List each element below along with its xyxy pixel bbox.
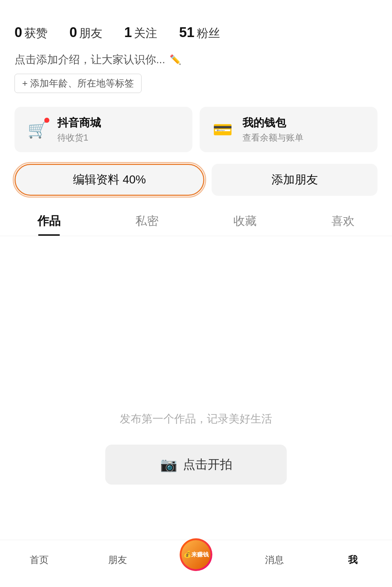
- capture-button[interactable]: 📷 点击开拍: [105, 445, 287, 485]
- service-subtitle: 待收货1: [57, 132, 101, 143]
- bio-section: 点击添加介绍，让大家认识你... ✏️ + 添加年龄、所在地等标签: [0, 49, 392, 98]
- empty-state-text: 发布第一个作品，记录美好生活: [120, 412, 272, 426]
- nav-item-我[interactable]: 我: [314, 554, 392, 566]
- tab-收藏[interactable]: 收藏: [196, 207, 294, 236]
- nav-item-来赚钱[interactable]: 💰 来赚钱: [157, 549, 235, 571]
- stat-item: 51 粉丝: [179, 25, 220, 41]
- edit-bio-icon[interactable]: ✏️: [170, 54, 181, 65]
- stat-number: 0: [15, 25, 22, 40]
- bottom-nav: 首页 朋友 💰 来赚钱 消息 我: [0, 540, 392, 587]
- add-friend-label: 添加朋友: [271, 172, 318, 188]
- tab-喜欢[interactable]: 喜欢: [294, 207, 392, 236]
- service-title: 我的钱包: [242, 116, 303, 130]
- tab-label: 收藏: [233, 213, 257, 229]
- bio-text[interactable]: 点击添加介绍，让大家认识你... ✏️: [15, 52, 377, 67]
- notification-dot: [44, 118, 49, 123]
- nav-label: 我: [348, 554, 358, 566]
- capture-label: 点击开拍: [183, 456, 232, 473]
- center-nav-icon: 💰 来赚钱: [180, 538, 212, 571]
- stat-label: 获赞: [24, 25, 48, 41]
- service-icon-wrap: 💳: [210, 117, 235, 142]
- stat-label: 粉丝: [197, 25, 220, 41]
- stat-label: 关注: [134, 25, 157, 41]
- action-row: 编辑资料 40% 添加朋友: [0, 164, 392, 207]
- camera-icon: 📷: [160, 457, 177, 473]
- service-icon-wrap: 🛒: [25, 117, 50, 142]
- nav-label: 首页: [30, 554, 49, 566]
- service-subtitle: 查看余额与账单: [242, 132, 303, 143]
- stat-item: 1 关注: [124, 25, 157, 41]
- nav-label: 朋友: [108, 554, 127, 566]
- content-area: 发布第一个作品，记录美好生活 📷 点击开拍: [0, 236, 392, 587]
- tab-作品[interactable]: 作品: [0, 207, 98, 236]
- stat-item: 0 获赞: [15, 25, 48, 41]
- service-title: 抖音商城: [57, 116, 101, 130]
- earn-money-icon: 💰 来赚钱: [181, 540, 211, 569]
- edit-profile-label: 编辑资料 40%: [73, 172, 146, 188]
- tab-label: 私密: [135, 213, 159, 229]
- bio-placeholder: 点击添加介绍，让大家认识你...: [15, 52, 165, 67]
- douyin-shop-card[interactable]: 🛒 抖音商城 待收货1: [15, 107, 192, 152]
- add-friend-button[interactable]: 添加朋友: [212, 164, 377, 196]
- tabs-bar: 作品私密收藏喜欢: [0, 207, 392, 236]
- add-tag-label: + 添加年龄、所在地等标签: [22, 77, 134, 90]
- tab-label: 作品: [37, 213, 61, 229]
- stat-number: 0: [69, 25, 77, 40]
- nav-item-消息[interactable]: 消息: [235, 554, 314, 566]
- stat-number: 51: [179, 25, 194, 40]
- stat-label: 朋友: [79, 25, 102, 41]
- stats-row: 0 获赞 0 朋友 1 关注 51 粉丝: [0, 15, 392, 49]
- service-icon: 🛒: [28, 120, 48, 139]
- add-tag-button[interactable]: + 添加年龄、所在地等标签: [15, 74, 142, 93]
- tab-私密[interactable]: 私密: [98, 207, 196, 236]
- stat-item: 0 朋友: [69, 25, 102, 41]
- tab-label: 喜欢: [331, 213, 355, 229]
- edit-profile-button[interactable]: 编辑资料 40%: [15, 164, 204, 196]
- service-info: 我的钱包 查看余额与账单: [242, 116, 303, 143]
- nav-item-首页[interactable]: 首页: [0, 554, 78, 566]
- services-row: 🛒 抖音商城 待收货1 💳 我的钱包 查看余额与账单: [0, 98, 392, 161]
- service-icon: 💳: [213, 120, 233, 139]
- service-info: 抖音商城 待收货1: [57, 116, 101, 143]
- wallet-card[interactable]: 💳 我的钱包 查看余额与账单: [200, 107, 377, 152]
- nav-item-朋友[interactable]: 朋友: [78, 554, 157, 566]
- stat-number: 1: [124, 25, 132, 40]
- nav-label: 消息: [265, 554, 284, 566]
